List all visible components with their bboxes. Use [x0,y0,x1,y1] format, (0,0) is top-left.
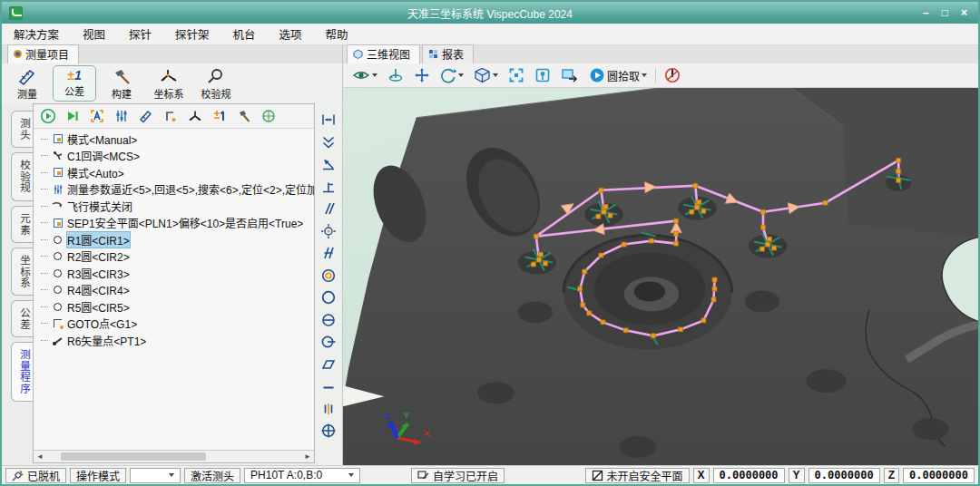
tree-horizontal-scrollbar[interactable]: ◄ ► [34,450,314,462]
step-run-button[interactable] [63,106,83,126]
tree-item-goto-point[interactable]: GOTO点<G1> [34,316,314,333]
tolerance-strip [315,103,342,465]
tolerance-angularity-icon[interactable] [318,244,338,262]
x-coordinate: 0.0000000 [713,468,785,483]
ribbon-gauge-button[interactable]: 校验规 [194,65,238,102]
tree-item-recall-mcs[interactable]: C1回调<MCS> [34,148,314,165]
tree-item-mode-auto[interactable]: 模式<Auto> [34,164,314,181]
menu-bar: 解决方案 视图 探针 探针架 机台 选项 帮助 [2,24,978,45]
construct-tool-button[interactable] [234,106,254,126]
zoom-fit-button[interactable] [506,66,526,84]
tolerance-symmetry-line-icon[interactable] [318,311,338,329]
label-tool-button[interactable] [87,106,107,126]
ribbon-construct-button[interactable]: 构建 [100,65,143,102]
tolerance-runout-icon[interactable] [318,333,338,351]
view-3d-icon [353,49,363,59]
tolerance-position-dashed-icon[interactable] [318,222,338,240]
evaluate-tool-button[interactable] [259,106,279,126]
tree-item-circle-3[interactable]: R3圆<CIR3> [34,265,314,282]
params-tool-button[interactable] [112,106,132,126]
menu-solution[interactable]: 解决方案 [2,24,71,44]
menu-help[interactable]: 帮助 [314,24,360,44]
project-icon [14,50,22,58]
label-icon [89,108,105,124]
maximize-button[interactable]: □ [942,6,948,19]
mode-select[interactable] [130,468,181,483]
ribbon-coordinate-button[interactable]: 坐标系 [147,65,191,102]
tolerance-symmetry-bars-icon[interactable] [318,400,338,418]
tab-element[interactable]: 元素 [11,206,33,243]
active-probe-select[interactable]: PH10T A:0,B:0 [244,468,360,483]
locate-button[interactable] [533,66,553,84]
tolerance-angle-icon[interactable] [318,155,338,173]
ribbon-measure-button[interactable]: 测量 [5,65,49,102]
axes-small-icon [187,108,203,124]
menu-machine[interactable]: 机台 [221,24,268,44]
tolerance-true-position-icon[interactable] [318,422,338,440]
scroll-right-arrow[interactable]: ► [301,451,314,462]
coordinate-tool-button[interactable] [185,106,205,126]
sliders-icon [113,108,130,124]
view-cube-button[interactable] [472,66,500,84]
tree-item-circle-1[interactable]: R1圆<CIR1> [34,231,314,248]
ribbon-tolerance-button[interactable]: ±1 公差 [53,65,96,102]
safety-plane-icon [592,470,603,481]
tree-item-fly-mode[interactable]: 飞行模式关闭 [34,198,314,215]
tolerance-tool-button[interactable] [210,106,230,126]
caliper-small-icon [138,108,154,124]
close-button[interactable]: × [961,6,967,19]
window-title: 天准三坐标系统 VispecCube 2024 [2,5,978,21]
tree-item-measure-params[interactable]: 测量参数逼近<5>,回退<5>,搜索<6>,定位<2>,定位加<2>,测量 [34,181,314,199]
circle-icon [51,303,64,311]
tree-item-vector-point[interactable]: R6矢量点<PT1> [34,332,314,349]
tab-coordinate[interactable]: 坐标系 [11,248,33,296]
tolerance-concentricity-icon[interactable] [318,267,338,285]
goto-tool-button[interactable] [161,106,181,126]
circle-pick-button[interactable]: 圆拾取 [587,66,649,84]
tolerance-angle-chevrons-icon[interactable] [318,133,338,151]
tab-measure-program[interactable]: 测量程序 [11,342,33,402]
params-icon [51,184,64,195]
viewport-3d[interactable]: Z Y X [343,88,978,465]
tolerance-parallelism-icon[interactable] [318,199,338,218]
tolerance-perpendicularity-icon[interactable] [318,178,338,196]
menu-probe-rack[interactable]: 探针架 [163,24,221,44]
dropdown-caret [372,73,377,77]
tolerance-roundness-icon[interactable] [318,288,338,306]
tab-probe[interactable]: 测头 [11,111,33,148]
probe-display-button[interactable] [662,66,682,84]
tab-3d-view[interactable]: 三维视图 [347,44,420,63]
minimize-button[interactable]: – [923,6,929,19]
orbit-button[interactable] [386,66,406,84]
export-view-button[interactable] [559,66,581,84]
pan-button[interactable] [412,66,432,84]
tree-item-circle-4[interactable]: R4圆<CIR4> [34,282,314,299]
active-probe-label: 激活测头 [184,468,240,483]
tolerance-straightness-icon[interactable] [318,377,338,395]
run-button[interactable] [38,106,58,126]
menu-view[interactable]: 视图 [71,24,117,44]
rotate-icon [440,67,456,83]
scroll-left-arrow[interactable]: ◄ [34,451,46,462]
tolerance-flatness-icon[interactable] [318,355,338,374]
status-bar: 已脱机 操作模式 激活测头 PH10T A:0,B:0 自学习已开启 未开启安全… [2,465,978,484]
tree-item-mode-manual[interactable]: 模式<Manual> [34,131,314,148]
scroll-thumb[interactable] [61,452,206,461]
tolerance-distance-icon[interactable] [318,111,338,129]
rotate-button[interactable] [438,66,466,84]
goto-point-icon [51,319,64,327]
menu-options[interactable]: 选项 [268,24,314,44]
tab-gauge[interactable]: 校验规 [11,152,33,201]
tree-item-circle-5[interactable]: R5圆<CIR5> [34,298,314,316]
tab-tolerance[interactable]: 公差 [11,300,33,337]
visibility-button[interactable] [350,66,379,84]
menu-probe[interactable]: 探针 [117,24,163,44]
tree-item-circle-2[interactable]: R2圆<CIR2> [34,248,314,266]
plane-icon [51,219,64,228]
safety-plane-status: 未开启安全平面 [585,468,690,483]
tab-measure-project[interactable]: 测量项目 [7,44,79,63]
program-tree-panel: 模式<Manual> C1回调<MCS> 模式<Auto> [33,103,315,463]
measure-tool-button[interactable] [136,106,156,126]
tree-item-safety-plane[interactable]: SEP1安全平面<PLN1>偏移<10>是否启用<True> [34,215,314,232]
tab-report[interactable]: 报表 [422,44,474,63]
